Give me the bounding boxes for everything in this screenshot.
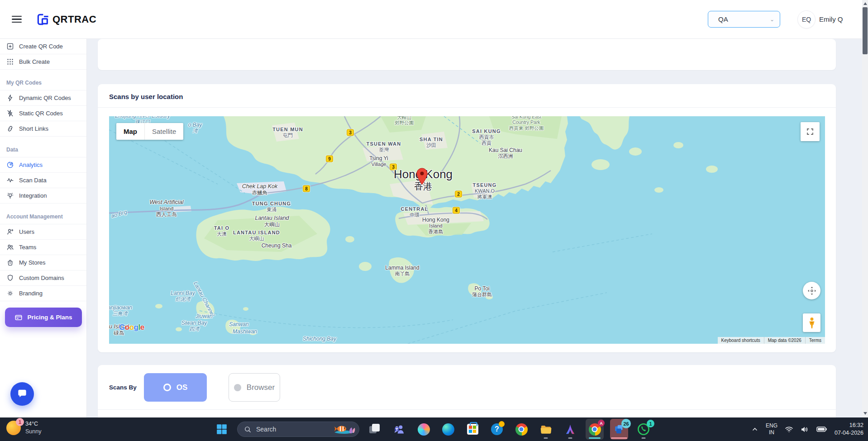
sidebar-item-users[interactable]: Users	[0, 224, 86, 240]
plus-square-icon	[6, 43, 14, 50]
battery-icon[interactable]	[816, 426, 827, 433]
pie-icon	[6, 161, 14, 169]
running-indicator	[568, 437, 572, 439]
app-header: QRTRAC QA ⌄ EQ Emily Q	[0, 0, 862, 39]
main-content: Scans by user location	[87, 39, 862, 417]
keyboard-shortcuts-link[interactable]: Keyboard shortcuts	[718, 337, 764, 344]
terms-link[interactable]: Terms	[805, 337, 825, 344]
scrollbar-up-arrow-icon[interactable]	[862, 0, 868, 7]
folder-icon	[540, 423, 552, 436]
teams-app-button[interactable]	[390, 419, 408, 440]
microsoft-store-button[interactable]	[463, 419, 482, 440]
map-label: TUNG CHUNG東涌	[252, 201, 291, 213]
weather-widget[interactable]: 1 34°C Sunny	[6, 420, 41, 436]
scans-by-location-card: Scans by user location	[98, 84, 836, 352]
updates-app-button[interactable]: 26	[610, 419, 628, 440]
map-attribution: Keyboard shortcuts Map data ©2026 Terms	[718, 337, 825, 344]
sidebar-item-integration[interactable]: Integration	[0, 188, 86, 204]
file-explorer-button[interactable]	[537, 419, 555, 440]
bolt-off-icon	[6, 109, 14, 117]
chrome-profile-badge: A	[598, 420, 605, 427]
map-label: Lamma Island南丫島	[385, 265, 419, 277]
sidebar-item-analytics[interactable]: Analytics	[0, 157, 86, 173]
active-running-indicator	[589, 437, 601, 439]
os-toggle-button[interactable]: OS	[144, 373, 207, 402]
fullscreen-button[interactable]	[801, 122, 820, 141]
volume-icon[interactable]	[801, 425, 809, 434]
link-icon	[6, 125, 14, 133]
copilot-app-button[interactable]	[415, 419, 433, 440]
pricing-plans-button[interactable]: Pricing & Plans	[5, 308, 82, 327]
sidebar-section-data: Data	[0, 137, 86, 157]
whatsapp-button[interactable]: 1	[634, 419, 653, 440]
map-label: Cheung Sha	[262, 242, 292, 249]
sidebar: Create QR Code Bulk Create My QR Codes D…	[0, 39, 87, 417]
sidebar-item-static-qr-codes[interactable]: Static QR Codes	[0, 106, 86, 121]
google-logo[interactable]: Google	[119, 323, 144, 332]
taskbar-search-box[interactable]: Search	[237, 422, 359, 437]
grid-icon	[6, 58, 14, 66]
sidebar-item-branding[interactable]: Branding	[0, 286, 86, 301]
running-indicator	[544, 437, 548, 439]
task-view-icon	[369, 424, 380, 435]
running-indicator	[611, 437, 627, 439]
sidebar-item-teams[interactable]: Teams	[0, 240, 86, 255]
google-map-canvas[interactable]: Zhujiang River Estuary珠江口o Bay湾TUEN MUN屯…	[109, 116, 825, 344]
map-label: TSUEN WAN荃灣	[367, 141, 401, 153]
sidebar-item-short-links[interactable]: Short Links	[0, 121, 86, 137]
scrollbar-down-arrow-icon[interactable]	[862, 410, 868, 417]
edge-browser-button[interactable]	[439, 419, 457, 440]
map-type-satellite-button[interactable]: Satellite	[144, 123, 183, 140]
map-label: Sai Kung EastCountry Park西貢東 郊野公園	[509, 116, 544, 131]
sidebar-item-bulk-create[interactable]: Bulk Create	[0, 54, 86, 70]
running-indicator	[642, 437, 646, 439]
sunny-weather-icon: 1	[6, 421, 21, 435]
map-label: SAI KUNG西貢市西貢	[472, 128, 501, 146]
windows-taskbar: 1 34°C Sunny Search	[0, 417, 868, 441]
shield-icon	[6, 274, 14, 282]
pan-control[interactable]	[803, 282, 820, 299]
edge-icon	[442, 423, 454, 436]
taskbar-clock[interactable]: 16:32 07-04-2026	[835, 422, 863, 437]
workspace-select[interactable]: QA ⌄	[708, 11, 780, 28]
sidebar-item-custom-domains[interactable]: Custom Domains	[0, 270, 86, 286]
road-shield-icon: 2	[455, 191, 462, 198]
chat-launcher-button[interactable]	[10, 382, 34, 406]
brand-logo[interactable]: QRTRAC	[36, 13, 96, 26]
browser-toggle-button[interactable]: Browser	[229, 373, 280, 402]
map-type-control: Map Satellite	[116, 123, 183, 140]
teams-icon	[393, 423, 405, 436]
map-label: TSEUNGKWAN O將軍澳	[472, 182, 496, 200]
language-switcher[interactable]: ENG IN	[766, 422, 777, 436]
map-type-map-button[interactable]: Map	[116, 123, 144, 140]
tray-chevron-up-icon[interactable]	[751, 426, 758, 433]
map-label: Hong KongIsland香港島	[422, 217, 449, 235]
sidebar-item-create-qr-code[interactable]: Create QR Code	[0, 39, 86, 54]
sidebar-item-my-stores[interactable]: My Stores	[0, 255, 86, 270]
start-button[interactable]	[213, 419, 231, 440]
hamburger-menu-icon[interactable]	[12, 16, 22, 23]
sidebar-item-scan-data[interactable]: Scan Data	[0, 173, 86, 188]
user-avatar[interactable]: EQ	[797, 10, 816, 28]
divider	[98, 409, 836, 410]
sidebar-section-account-management: Account Management	[0, 204, 86, 224]
road-shield-icon: 4	[453, 207, 460, 214]
peak-app-button[interactable]	[561, 419, 579, 440]
sidebar-item-dynamic-qr-codes[interactable]: Dynamic QR Codes	[0, 90, 86, 106]
get-help-app-button[interactable]: ?	[488, 419, 506, 440]
map-label: SHA TIN沙田	[420, 137, 443, 148]
pegman-control[interactable]	[803, 313, 820, 332]
map-data-text: Map data ©2026	[764, 337, 805, 344]
task-view-button[interactable]	[366, 419, 384, 440]
scrollbar-thumb[interactable]	[863, 7, 868, 54]
page-scrollbar[interactable]	[862, 0, 868, 417]
bulb-icon	[6, 192, 14, 199]
pulse-icon	[6, 176, 14, 184]
wifi-icon[interactable]	[785, 425, 793, 434]
user-name[interactable]: Emily Q	[819, 15, 843, 23]
chrome-active-window-button[interactable]: A	[586, 419, 604, 440]
map-label: Lanni Bay烂泥湾	[171, 290, 195, 302]
chrome-browser-button[interactable]	[512, 419, 530, 440]
location-marker-icon[interactable]	[416, 168, 428, 187]
road-shield-icon: 9	[326, 156, 333, 162]
